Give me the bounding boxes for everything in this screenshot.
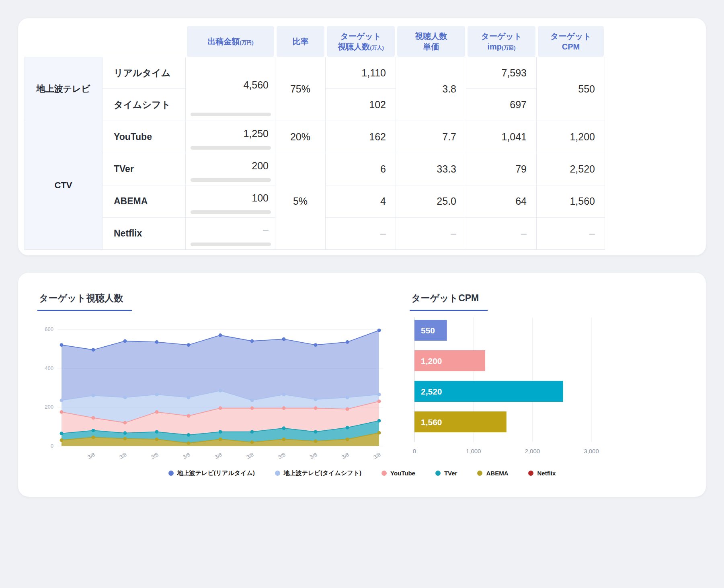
cell-unit-price: – xyxy=(396,218,466,250)
legend-item[interactable]: Netflix xyxy=(528,470,556,477)
cell-viewers: 4 xyxy=(326,185,396,218)
row-group-ctv: CTV xyxy=(24,121,103,250)
charts-row: ターゲット視聴人数 02004006003/83/83/83/83/83/83/… xyxy=(37,292,687,465)
cell-imp: 7,593 xyxy=(466,57,537,89)
cell-viewers: 162 xyxy=(326,121,396,153)
legend-label: ABEMA xyxy=(486,470,508,477)
legend-label: 地上波テレビ(リアルタイム) xyxy=(177,469,255,477)
svg-text:3,000: 3,000 xyxy=(584,448,599,454)
legend-item[interactable]: YouTube xyxy=(381,470,415,477)
svg-text:2,520: 2,520 xyxy=(421,387,442,396)
svg-text:1,000: 1,000 xyxy=(466,448,481,454)
cell-cpm: 1,560 xyxy=(537,185,605,218)
header-blank xyxy=(24,26,186,57)
svg-text:3/8: 3/8 xyxy=(245,451,254,460)
svg-text:1,560: 1,560 xyxy=(421,417,442,427)
col-header-ratio: 比率 xyxy=(275,26,326,57)
col-header-target-viewers: ターゲット 視聴人数(万人) xyxy=(326,26,396,57)
col-header-ratio-label: 比率 xyxy=(293,37,309,46)
svg-text:550: 550 xyxy=(421,326,435,335)
amount-progress-track xyxy=(191,210,271,214)
legend-item[interactable]: TVer xyxy=(435,470,457,477)
svg-text:3/8: 3/8 xyxy=(340,451,350,460)
cell-imp: – xyxy=(466,218,537,250)
target-cpm-bar-chart[interactable]: 01,0002,0003,0005501,2002,5201,560 xyxy=(410,314,599,465)
amount-value: 200 xyxy=(192,160,269,172)
cell-ratio: 20% xyxy=(275,121,326,153)
amount-value: 1,250 xyxy=(192,128,269,140)
legend-dot-icon xyxy=(435,471,441,476)
table-row: CTV YouTube 1,250 20% 162 7.7 1,041 1,20… xyxy=(24,121,605,153)
svg-text:3/8: 3/8 xyxy=(86,451,96,460)
amount-value: 4,560 xyxy=(192,79,269,91)
row-label-abema: ABEMA xyxy=(103,185,186,218)
area-chart-title-underline: ターゲット視聴人数 xyxy=(37,292,132,311)
legend-label: TVer xyxy=(444,470,457,477)
row-label-netflix: Netflix xyxy=(103,218,186,250)
cell-viewers: – xyxy=(326,218,396,250)
cell-ratio: 75% xyxy=(275,57,326,121)
table-row: 地上波テレビ リアルタイム 4,560 75% 1,110 3.8 7,593 … xyxy=(24,57,605,89)
col-header-target-imp: ターゲット imp(万回) xyxy=(466,26,537,57)
cell-unit-price: 33.3 xyxy=(396,153,466,185)
charts-card: ターゲット視聴人数 02004006003/83/83/83/83/83/83/… xyxy=(18,273,706,497)
cell-cpm: 550 xyxy=(537,57,605,121)
col-header-amount-unit: (万円) xyxy=(240,39,254,45)
legend-dot-icon xyxy=(528,471,533,476)
cell-viewers: 6 xyxy=(326,153,396,185)
cell-imp: 697 xyxy=(466,89,537,121)
amount-cell: – xyxy=(186,218,275,250)
svg-text:400: 400 xyxy=(45,365,53,371)
svg-text:0: 0 xyxy=(51,443,53,449)
cell-viewers: 1,110 xyxy=(326,57,396,89)
col-header-amount: 出稿金額(万円) xyxy=(186,26,275,57)
legend-item[interactable]: ABEMA xyxy=(477,470,508,477)
cell-imp: 79 xyxy=(466,153,537,185)
area-chart-title: ターゲット視聴人数 xyxy=(39,293,123,303)
cell-imp: 1,041 xyxy=(466,121,537,153)
legend-item[interactable]: 地上波テレビ(タイムシフト) xyxy=(275,469,361,477)
target-viewers-area-chart[interactable]: 02004006003/83/83/83/83/83/83/83/83/83/8 xyxy=(37,314,387,465)
bar-chart-title: ターゲットCPM xyxy=(411,293,479,303)
legend-dot-icon xyxy=(275,471,280,476)
amount-progress-track xyxy=(191,178,271,182)
media-plan-table: 出稿金額(万円) 比率 ターゲット 視聴人数(万人) 視聴人数 単価 ターゲット xyxy=(24,26,605,250)
col-header-target-cpm: ターゲット CPM xyxy=(537,26,605,57)
chart-legend: 地上波テレビ(リアルタイム)地上波テレビ(タイムシフト)YouTubeTVerA… xyxy=(37,469,687,477)
cell-imp: 64 xyxy=(466,185,537,218)
amount-progress-track xyxy=(191,146,271,150)
svg-text:0: 0 xyxy=(413,448,416,454)
svg-text:3/8: 3/8 xyxy=(150,451,159,460)
cell-unit-price: 3.8 xyxy=(396,57,466,121)
row-group-terrestrial-tv: 地上波テレビ xyxy=(24,57,103,121)
media-plan-card: 出稿金額(万円) 比率 ターゲット 視聴人数(万人) 視聴人数 単価 ターゲット xyxy=(18,18,706,255)
amount-cell: 100 xyxy=(186,185,275,218)
amount-cell: 4,560 xyxy=(186,57,275,121)
row-label-tver: TVer xyxy=(103,153,186,185)
cell-unit-price: 7.7 xyxy=(396,121,466,153)
legend-item[interactable]: 地上波テレビ(リアルタイム) xyxy=(168,469,255,477)
amount-value: 100 xyxy=(192,192,269,204)
legend-dot-icon xyxy=(168,471,174,476)
svg-text:3/8: 3/8 xyxy=(277,451,286,460)
legend-label: 地上波テレビ(タイムシフト) xyxy=(284,469,361,477)
col-header-viewer-unit-price: 視聴人数 単価 xyxy=(396,26,466,57)
legend-label: Netflix xyxy=(537,470,556,477)
svg-text:3/8: 3/8 xyxy=(372,451,381,460)
table-row: TVer 200 5% 6 33.3 79 2,520 xyxy=(24,153,605,185)
svg-text:3/8: 3/8 xyxy=(182,451,191,460)
amount-cell: 1,250 xyxy=(186,121,275,153)
row-label-youtube: YouTube xyxy=(103,121,186,153)
dashboard-page: 出稿金額(万円) 比率 ターゲット 視聴人数(万人) 視聴人数 単価 ターゲット xyxy=(0,0,724,588)
cell-unit-price: 25.0 xyxy=(396,185,466,218)
cell-viewers: 102 xyxy=(326,89,396,121)
amount-progress-track xyxy=(191,113,271,116)
svg-text:1,200: 1,200 xyxy=(421,356,442,366)
svg-text:600: 600 xyxy=(45,326,53,332)
svg-text:3/8: 3/8 xyxy=(118,451,127,460)
table-header-row: 出稿金額(万円) 比率 ターゲット 視聴人数(万人) 視聴人数 単価 ターゲット xyxy=(24,26,605,57)
cell-cpm: 2,520 xyxy=(537,153,605,185)
cell-cpm: – xyxy=(537,218,605,250)
amount-value: – xyxy=(192,224,269,236)
cell-cpm: 1,200 xyxy=(537,121,605,153)
